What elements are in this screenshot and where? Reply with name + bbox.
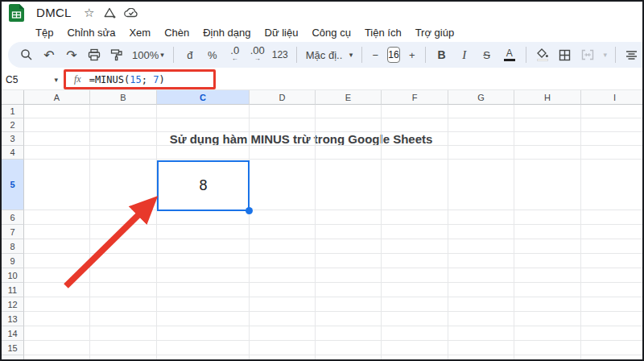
column-header-H[interactable]: H	[514, 90, 581, 105]
paint-format-icon	[110, 48, 123, 61]
row-header-4[interactable]: 4	[2, 146, 24, 160]
gridline	[156, 105, 157, 361]
borders-button[interactable]	[555, 44, 576, 65]
menu-item[interactable]: Chèn	[164, 27, 189, 39]
menu-item[interactable]: Tiện ích	[365, 27, 402, 39]
move-to-drive-icon[interactable]	[103, 7, 116, 19]
fill-color-button[interactable]	[532, 44, 553, 65]
zoom-select[interactable]: 100% ▾	[129, 49, 167, 61]
toolbar-separator	[361, 47, 362, 63]
menu-item[interactable]: Trợ giúp	[415, 27, 455, 39]
fill-color-bar	[537, 59, 548, 61]
column-header-G[interactable]: G	[448, 90, 514, 105]
menubar: TệpChỉnh sửaXemChènĐịnh dạngDữ liệuCông …	[35, 24, 454, 40]
menu-item[interactable]: Chỉnh sửa	[67, 27, 115, 39]
increase-font-size-button[interactable]: +	[405, 44, 419, 65]
column-header-A[interactable]: A	[24, 90, 90, 105]
dropdown-arrow-icon: ▾	[603, 51, 607, 59]
row-header-14[interactable]: 14	[2, 326, 24, 341]
titlebar: DMCL ☆	[2, 2, 642, 24]
row-header-15[interactable]: 15	[2, 341, 24, 355]
row-header-6[interactable]: 6	[2, 210, 24, 225]
gridline	[24, 210, 642, 210]
strikethrough-button[interactable]: S	[477, 44, 497, 65]
column-header-I[interactable]: I	[581, 90, 644, 105]
row-header-3[interactable]: 3	[2, 132, 24, 146]
gridline	[315, 105, 316, 361]
row-header-1[interactable]: 1	[2, 105, 24, 118]
paint-format-button[interactable]	[106, 44, 127, 65]
row-header-8[interactable]: 8	[2, 239, 24, 254]
borders-icon	[559, 49, 571, 61]
font-family-select[interactable]: Mặc đị... ▾	[303, 49, 357, 61]
horizontal-align-button[interactable]	[621, 44, 642, 65]
menu-item[interactable]: Công cụ	[312, 27, 350, 39]
document-title[interactable]: DMCL	[36, 6, 72, 19]
italic-button[interactable]: I	[454, 44, 475, 65]
search-icon	[20, 48, 33, 61]
bold-button[interactable]: B	[431, 44, 452, 65]
redo-button[interactable]: ↷	[61, 44, 82, 65]
row-header-16[interactable]: 16	[2, 355, 24, 361]
merge-cells-icon	[581, 49, 594, 60]
dropdown-arrow-icon: ▾	[160, 51, 164, 59]
gridline	[24, 355, 642, 355]
formula-bar: C5 ▾ fx =MINUS(15; 7)	[2, 69, 642, 90]
merge-cells-button[interactable]	[577, 44, 598, 65]
fill-handle[interactable]	[246, 207, 253, 214]
more-formats-button[interactable]: 123	[270, 44, 291, 65]
search-button[interactable]	[16, 44, 37, 65]
decrease-font-size-button[interactable]: −	[368, 44, 382, 65]
print-button[interactable]	[84, 44, 105, 65]
column-header-D[interactable]: D	[250, 90, 316, 105]
text-color-button[interactable]: A	[499, 44, 520, 65]
select-all-corner[interactable]	[2, 90, 24, 105]
name-box[interactable]: C5 ▾	[2, 69, 63, 89]
toolbar-separator	[615, 47, 616, 63]
format-currency-button[interactable]: đ	[180, 44, 200, 65]
gridline	[249, 105, 250, 361]
cell-reference: C5	[6, 74, 54, 85]
gridline	[24, 131, 642, 132]
selected-cell-value: 8	[199, 177, 207, 194]
decrease-decimals-button[interactable]: .0←	[225, 44, 246, 65]
row-header-7[interactable]: 7	[2, 225, 24, 239]
font-size-input[interactable]: 16	[387, 47, 399, 63]
fill-color-icon	[537, 48, 548, 58]
gridline	[24, 311, 642, 312]
row-header-2[interactable]: 2	[2, 118, 24, 132]
decrease-decimals-icon: .0	[230, 47, 239, 55]
row-header-10[interactable]: 10	[2, 268, 24, 283]
document-status-cloud-icon[interactable]	[124, 8, 138, 18]
column-header-B[interactable]: B	[90, 90, 157, 105]
gridline	[580, 105, 581, 361]
column-header-E[interactable]: E	[316, 90, 382, 105]
menu-item[interactable]: Định dạng	[203, 27, 250, 39]
row-header-12[interactable]: 12	[2, 297, 24, 312]
undo-button[interactable]: ↶	[39, 44, 60, 65]
increase-decimals-button[interactable]: .00→	[247, 44, 268, 65]
column-header-F[interactable]: F	[382, 90, 448, 105]
formula-input[interactable]: =MINUS(15; 7)	[89, 74, 165, 85]
selected-cell-C5[interactable]: 8	[157, 160, 250, 211]
format-percent-button[interactable]: %	[202, 44, 223, 65]
star-icon[interactable]: ☆	[84, 6, 94, 19]
toolbar: ↶ ↷ 100% ▾ đ %	[8, 42, 644, 68]
gridline	[24, 340, 642, 341]
formula-part: 15	[130, 74, 141, 85]
row-header-9[interactable]: 9	[2, 254, 24, 268]
gridline	[514, 105, 514, 361]
right-arrow-icon: →	[254, 55, 261, 63]
menu-item[interactable]: Xem	[129, 27, 151, 39]
row-header-11[interactable]: 11	[2, 283, 24, 297]
menu-item[interactable]: Tệp	[35, 27, 53, 39]
row-header-13[interactable]: 13	[2, 312, 24, 326]
merge-cells-dropdown[interactable]: ▾	[600, 44, 609, 65]
gridline	[24, 118, 642, 118]
row-header-5[interactable]: 5	[2, 160, 24, 210]
formula-part: =MINUS(	[89, 74, 130, 85]
horizontal-align-icon	[625, 50, 638, 60]
menu-item[interactable]: Dữ liệu	[265, 27, 299, 39]
column-header-C[interactable]: C	[157, 90, 250, 105]
toolbar-separator	[173, 47, 174, 63]
